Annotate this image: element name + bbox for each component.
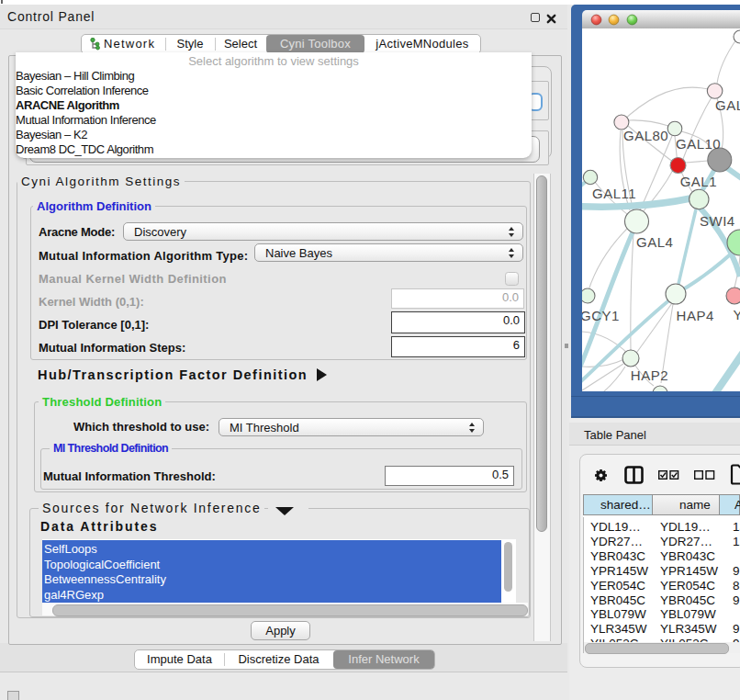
svg-text:HAP2: HAP2	[631, 367, 668, 383]
svg-text:GAL11: GAL11	[592, 186, 636, 201]
svg-text:GAL10: GAL10	[676, 136, 721, 152]
svg-text:HAP4: HAP4	[677, 308, 714, 323]
svg-text:Y: Y	[733, 307, 740, 322]
svg-text:GAL: GAL	[715, 97, 740, 113]
svg-text:GAL1: GAL1	[680, 174, 717, 189]
svg-text:GAL4: GAL4	[636, 234, 673, 250]
svg-text:GAL80: GAL80	[623, 128, 668, 143]
svg-text:SWI4: SWI4	[700, 213, 735, 229]
svg-text:GCY1: GCY1	[582, 308, 620, 323]
